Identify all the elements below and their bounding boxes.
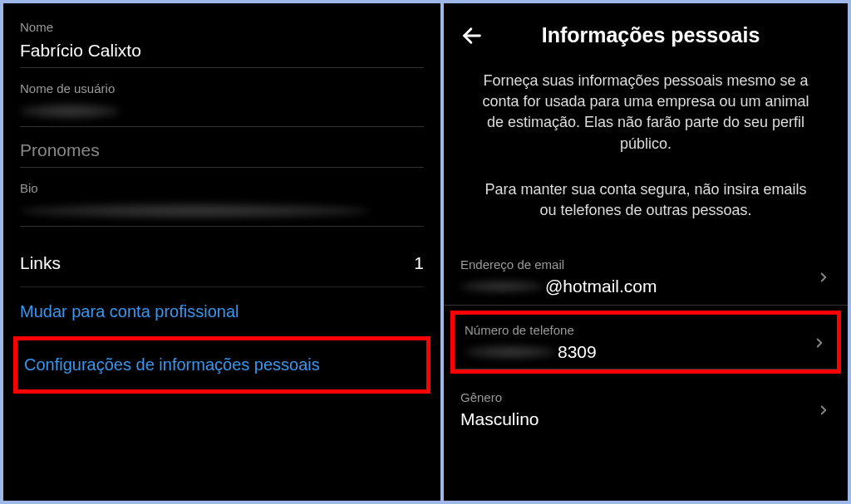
edit-profile-screen: Nome Fabrício Calixto Nome de usuário Pr… bbox=[3, 3, 440, 501]
name-field-group[interactable]: Nome Fabrício Calixto bbox=[20, 20, 424, 68]
name-value: Fabrício Calixto bbox=[20, 41, 424, 68]
bio-field-group[interactable]: Bio bbox=[20, 181, 424, 227]
links-row[interactable]: Links 1 bbox=[20, 240, 424, 287]
phone-suffix: 8309 bbox=[558, 342, 597, 362]
info-paragraph-2: Para manter sua conta segura, não insira… bbox=[444, 171, 848, 246]
email-value: @hotmail.com bbox=[460, 276, 816, 296]
phone-value: 8309 bbox=[465, 342, 812, 362]
gender-value: Masculino bbox=[460, 409, 816, 429]
highlight-annotation-phone: Número de telefone 8309 bbox=[450, 311, 841, 374]
chevron-right-icon bbox=[812, 335, 827, 350]
email-row[interactable]: Endereço de email @hotmail.com bbox=[444, 246, 848, 306]
redacted-username bbox=[20, 104, 120, 119]
email-suffix: @hotmail.com bbox=[545, 276, 657, 296]
phone-label: Número de telefone bbox=[465, 323, 812, 337]
info-paragraph-1: Forneça suas informações pessoais mesmo … bbox=[444, 64, 848, 171]
switch-to-professional-link[interactable]: Mudar para conta profissional bbox=[20, 287, 424, 336]
links-label: Links bbox=[20, 253, 61, 273]
page-title: Informações pessoais bbox=[504, 23, 798, 47]
links-count: 1 bbox=[414, 253, 424, 273]
pronouns-placeholder: Pronomes bbox=[20, 140, 424, 168]
chevron-right-icon bbox=[816, 403, 831, 418]
header: Informações pessoais bbox=[444, 3, 848, 64]
email-label: Endereço de email bbox=[460, 257, 816, 272]
gender-label: Gênero bbox=[460, 390, 816, 404]
pronouns-field-group[interactable]: Pronomes bbox=[20, 140, 424, 168]
bio-value bbox=[20, 202, 424, 227]
name-label: Nome bbox=[20, 20, 424, 34]
personal-info-settings-link[interactable]: Configurações de informações pessoais bbox=[24, 340, 420, 389]
chevron-right-icon bbox=[816, 270, 831, 285]
phone-row[interactable]: Número de telefone 8309 bbox=[455, 315, 837, 369]
bio-label: Bio bbox=[20, 181, 424, 195]
redacted-email-prefix bbox=[460, 281, 544, 292]
username-label: Nome de usuário bbox=[20, 81, 424, 95]
personal-info-screen: Informações pessoais Forneça suas inform… bbox=[444, 3, 848, 501]
redacted-phone-prefix bbox=[465, 345, 556, 359]
username-value bbox=[20, 102, 424, 127]
highlight-annotation: Configurações de informações pessoais bbox=[13, 336, 430, 394]
username-field-group[interactable]: Nome de usuário bbox=[20, 81, 424, 127]
gender-row[interactable]: Gênero Masculino bbox=[444, 379, 848, 438]
back-arrow-icon[interactable] bbox=[460, 24, 484, 47]
redacted-bio bbox=[20, 203, 369, 218]
